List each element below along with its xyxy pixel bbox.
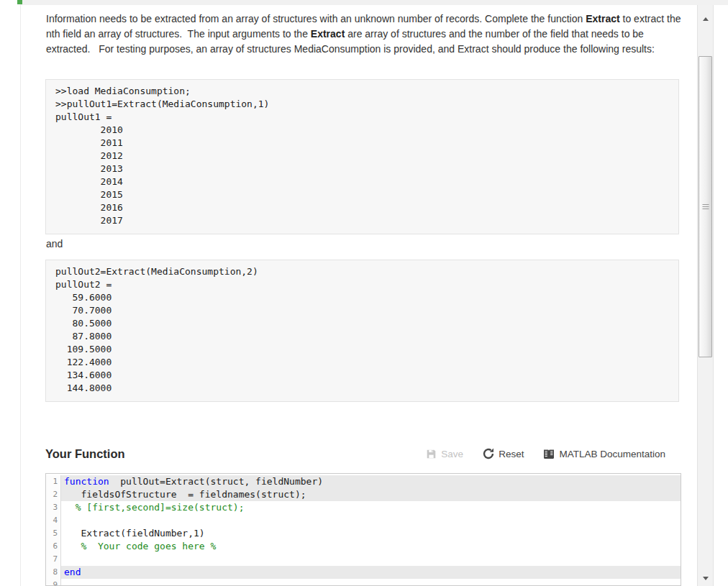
line-number: 3: [46, 501, 61, 514]
code-line: 2013: [55, 162, 669, 175]
book-icon: [543, 449, 555, 459]
code-line: 2017: [55, 214, 669, 227]
example-output-block-2: pullOut2=Extract(MediaConsumption,2)pull…: [45, 260, 679, 402]
code-line: 80.5000: [55, 317, 669, 330]
editor-code-line: end: [61, 566, 81, 579]
reset-button[interactable]: Reset: [483, 448, 524, 459]
matlab-documentation-button[interactable]: MATLAB Documentation: [543, 449, 665, 459]
code-line: >>pullOut1=Extract(MediaConsumption,1): [55, 98, 669, 111]
line-number: 1: [46, 475, 61, 488]
reset-label: Reset: [499, 449, 524, 459]
code-line: >>load MediaConsumption;: [55, 85, 669, 98]
editor-row[interactable]: 8end: [46, 566, 681, 579]
green-marker: [17, 0, 22, 4]
panel-left-border: [20, 0, 21, 586]
scrollbar-grip-icon: [702, 204, 709, 210]
editor-row[interactable]: 4: [46, 514, 681, 527]
matlab-documentation-label: MATLAB Documentation: [559, 449, 665, 459]
editor-code-line: fieldsOfStructure = fieldnames(struct);: [61, 488, 306, 501]
editor-code-line: [61, 514, 64, 527]
editor-code-line: [61, 553, 64, 566]
line-number: 2: [46, 488, 61, 501]
line-number: 5: [46, 527, 61, 540]
example-output-block-1: >>load MediaConsumption;>>pullOut1=Extra…: [45, 79, 679, 234]
scrollbar-thumb[interactable]: [699, 56, 712, 357]
code-line: pullOut2 =: [55, 278, 669, 291]
line-number: 7: [46, 553, 61, 566]
code-line: 109.5000: [55, 343, 669, 356]
code-line: 2014: [55, 175, 669, 188]
save-icon: [426, 449, 437, 459]
editor-row[interactable]: 9: [46, 579, 681, 586]
code-line: 2015: [55, 188, 669, 201]
page-scrollbar[interactable]: [697, 5, 714, 586]
code-line: 144.8000: [55, 382, 669, 395]
scrollbar-down-button[interactable]: [698, 570, 713, 586]
editor-code-line: function pullOut=Extract(struct, fieldNu…: [61, 475, 323, 488]
line-number: 6: [46, 540, 61, 553]
editor-code-line: Extract(fieldNumber,1): [61, 527, 205, 540]
save-label: Save: [441, 449, 463, 459]
save-button[interactable]: Save: [426, 449, 463, 459]
connector-text: and: [46, 238, 63, 249]
code-token-plain: pullOut=Extract(struct, fieldNumber): [109, 476, 323, 487]
bold-term: Extract: [311, 28, 345, 40]
code-token-keyword: end: [64, 567, 81, 577]
code-line: 2012: [55, 150, 669, 162]
code-token-plain: Extract(fieldNumber,1): [64, 528, 205, 539]
scrollbar-up-button[interactable]: [698, 11, 713, 27]
line-number: 4: [46, 514, 61, 527]
problem-description: Information needs to be extracted from a…: [46, 12, 685, 57]
code-token-keyword: function: [64, 476, 109, 487]
code-line: 2011: [55, 137, 669, 150]
editor-code-line: % [first,second]=size(struct);: [61, 501, 244, 514]
editor-row[interactable]: 6 % Your code goes here %: [46, 540, 681, 553]
top-strip: [21, 0, 728, 5]
code-line: 2010: [55, 124, 669, 137]
editor-row[interactable]: 5 Extract(fieldNumber,1): [46, 527, 681, 540]
code-line: 134.6000: [55, 369, 669, 382]
editor-toolbar: Save Reset MATLAB Documentation: [45, 444, 665, 463]
code-line: 70.7000: [55, 304, 669, 317]
editor-code-line: [61, 579, 64, 586]
reset-icon: [483, 448, 494, 459]
code-editor[interactable]: 1function pullOut=Extract(struct, fieldN…: [45, 473, 681, 586]
editor-row[interactable]: 3 % [first,second]=size(struct);: [46, 501, 681, 514]
editor-row[interactable]: 7: [46, 553, 681, 566]
page: Information needs to be extracted from a…: [0, 0, 728, 586]
code-line: 2016: [55, 201, 669, 214]
code-line: 122.4000: [55, 356, 669, 369]
code-token-plain: fieldsOfStructure = fieldnames(struct);: [64, 489, 306, 500]
line-number: 9: [46, 579, 61, 586]
text-run: Information needs to be extracted from a…: [46, 13, 586, 24]
code-line: 59.6000: [55, 291, 669, 304]
editor-row[interactable]: 1function pullOut=Extract(struct, fieldN…: [46, 475, 681, 488]
code-line: 87.8000: [55, 330, 669, 343]
code-token-comment: % Your code goes here %: [64, 541, 216, 551]
line-number: 8: [46, 566, 61, 579]
scroll-up-icon: [703, 17, 709, 21]
code-line: pullOut1 =: [55, 111, 669, 124]
code-line: pullOut2=Extract(MediaConsumption,2): [55, 265, 669, 278]
editor-row[interactable]: 2 fieldsOfStructure = fieldnames(struct)…: [46, 488, 681, 501]
code-token-comment: % [first,second]=size(struct);: [64, 502, 244, 513]
bold-term: Extract: [586, 13, 619, 24]
scroll-down-icon: [703, 577, 709, 580]
editor-code-line: % Your code goes here %: [61, 540, 216, 553]
